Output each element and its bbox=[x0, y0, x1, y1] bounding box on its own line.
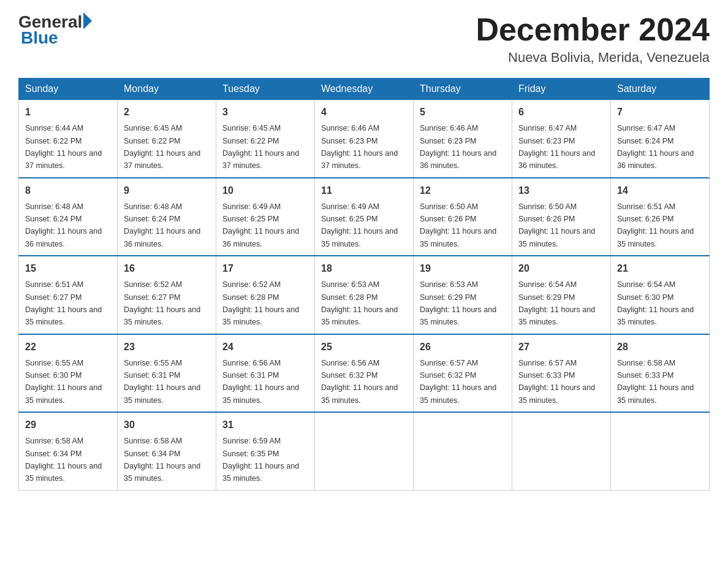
day-of-week-header: Thursday bbox=[414, 79, 512, 100]
day-number: 20 bbox=[518, 261, 604, 276]
calendar-day-cell: 18 Sunrise: 6:53 AMSunset: 6:28 PMDaylig… bbox=[315, 256, 414, 334]
day-info: Sunrise: 6:57 AMSunset: 6:33 PMDaylight:… bbox=[518, 359, 595, 405]
calendar-day-cell: 13 Sunrise: 6:50 AMSunset: 6:26 PMDaylig… bbox=[512, 178, 611, 256]
day-number: 28 bbox=[617, 340, 703, 354]
calendar-day-cell bbox=[315, 412, 414, 490]
day-number: 17 bbox=[222, 261, 308, 276]
day-number: 22 bbox=[25, 340, 111, 354]
day-info: Sunrise: 6:46 AMSunset: 6:23 PMDaylight:… bbox=[321, 124, 398, 170]
day-info: Sunrise: 6:59 AMSunset: 6:35 PMDaylight:… bbox=[222, 437, 299, 483]
calendar-day-cell: 20 Sunrise: 6:54 AMSunset: 6:29 PMDaylig… bbox=[512, 256, 611, 334]
calendar-day-cell: 1 Sunrise: 6:44 AMSunset: 6:22 PMDayligh… bbox=[19, 100, 118, 178]
day-number: 8 bbox=[25, 183, 111, 198]
calendar-day-cell: 10 Sunrise: 6:49 AMSunset: 6:25 PMDaylig… bbox=[216, 178, 315, 256]
day-info: Sunrise: 6:47 AMSunset: 6:24 PMDaylight:… bbox=[617, 124, 694, 170]
day-of-week-header: Monday bbox=[118, 79, 216, 100]
calendar-day-cell: 17 Sunrise: 6:52 AMSunset: 6:28 PMDaylig… bbox=[216, 256, 315, 334]
calendar-day-cell: 14 Sunrise: 6:51 AMSunset: 6:26 PMDaylig… bbox=[611, 178, 710, 256]
day-info: Sunrise: 6:50 AMSunset: 6:26 PMDaylight:… bbox=[420, 202, 496, 248]
logo-arrow-icon bbox=[83, 12, 92, 29]
day-number: 31 bbox=[222, 418, 308, 432]
day-of-week-header: Tuesday bbox=[216, 79, 315, 100]
calendar-day-cell bbox=[414, 412, 512, 490]
calendar-day-cell: 8 Sunrise: 6:48 AMSunset: 6:24 PMDayligh… bbox=[19, 178, 118, 256]
day-number: 11 bbox=[321, 183, 407, 198]
day-of-week-header: Friday bbox=[512, 79, 611, 100]
calendar-day-cell: 28 Sunrise: 6:58 AMSunset: 6:33 PMDaylig… bbox=[611, 334, 710, 413]
day-number: 15 bbox=[25, 261, 111, 276]
day-info: Sunrise: 6:57 AMSunset: 6:32 PMDaylight:… bbox=[420, 359, 496, 405]
day-number: 13 bbox=[518, 183, 604, 198]
calendar-day-cell: 6 Sunrise: 6:47 AMSunset: 6:23 PMDayligh… bbox=[512, 100, 611, 178]
day-number: 3 bbox=[222, 105, 308, 120]
day-info: Sunrise: 6:45 AMSunset: 6:22 PMDaylight:… bbox=[222, 124, 299, 170]
day-number: 9 bbox=[124, 183, 210, 198]
calendar-day-cell: 19 Sunrise: 6:53 AMSunset: 6:29 PMDaylig… bbox=[414, 256, 512, 334]
day-info: Sunrise: 6:47 AMSunset: 6:23 PMDaylight:… bbox=[518, 124, 595, 170]
day-number: 5 bbox=[420, 105, 506, 120]
calendar-week-row: 29 Sunrise: 6:58 AMSunset: 6:34 PMDaylig… bbox=[19, 412, 710, 490]
day-info: Sunrise: 6:54 AMSunset: 6:30 PMDaylight:… bbox=[617, 280, 694, 326]
day-info: Sunrise: 6:58 AMSunset: 6:33 PMDaylight:… bbox=[617, 359, 694, 405]
day-number: 19 bbox=[420, 261, 506, 276]
calendar-day-cell: 22 Sunrise: 6:55 AMSunset: 6:30 PMDaylig… bbox=[19, 334, 118, 413]
day-info: Sunrise: 6:45 AMSunset: 6:22 PMDaylight:… bbox=[124, 124, 200, 170]
month-title: December 2024 bbox=[476, 12, 710, 47]
calendar-day-cell: 29 Sunrise: 6:58 AMSunset: 6:34 PMDaylig… bbox=[19, 412, 118, 490]
day-of-week-header: Saturday bbox=[611, 79, 710, 100]
day-number: 6 bbox=[518, 105, 604, 120]
calendar-day-cell: 21 Sunrise: 6:54 AMSunset: 6:30 PMDaylig… bbox=[611, 256, 710, 334]
location-subtitle: Nueva Bolivia, Merida, Venezuela bbox=[476, 50, 710, 66]
day-number: 23 bbox=[124, 340, 210, 354]
day-info: Sunrise: 6:49 AMSunset: 6:25 PMDaylight:… bbox=[222, 202, 299, 248]
day-info: Sunrise: 6:51 AMSunset: 6:26 PMDaylight:… bbox=[617, 202, 694, 248]
calendar-week-row: 22 Sunrise: 6:55 AMSunset: 6:30 PMDaylig… bbox=[19, 334, 710, 413]
calendar-day-cell: 3 Sunrise: 6:45 AMSunset: 6:22 PMDayligh… bbox=[216, 100, 315, 178]
day-number: 12 bbox=[420, 183, 506, 198]
day-number: 7 bbox=[617, 105, 703, 120]
header: General Blue December 2024 Nueva Bolivia… bbox=[18, 12, 710, 66]
logo: General Blue bbox=[18, 12, 92, 48]
day-info: Sunrise: 6:56 AMSunset: 6:31 PMDaylight:… bbox=[222, 359, 299, 405]
day-number: 2 bbox=[124, 105, 210, 120]
calendar-week-row: 8 Sunrise: 6:48 AMSunset: 6:24 PMDayligh… bbox=[19, 178, 710, 256]
calendar-day-cell: 12 Sunrise: 6:50 AMSunset: 6:26 PMDaylig… bbox=[414, 178, 512, 256]
day-number: 29 bbox=[25, 418, 111, 432]
day-number: 14 bbox=[617, 183, 703, 198]
calendar-day-cell: 5 Sunrise: 6:46 AMSunset: 6:23 PMDayligh… bbox=[414, 100, 512, 178]
day-info: Sunrise: 6:51 AMSunset: 6:27 PMDaylight:… bbox=[25, 280, 102, 326]
day-info: Sunrise: 6:53 AMSunset: 6:28 PMDaylight:… bbox=[321, 280, 398, 326]
calendar-day-cell: 9 Sunrise: 6:48 AMSunset: 6:24 PMDayligh… bbox=[118, 178, 216, 256]
calendar-day-cell: 4 Sunrise: 6:46 AMSunset: 6:23 PMDayligh… bbox=[315, 100, 414, 178]
calendar-day-cell: 16 Sunrise: 6:52 AMSunset: 6:27 PMDaylig… bbox=[118, 256, 216, 334]
day-number: 10 bbox=[222, 183, 308, 198]
calendar-day-cell: 15 Sunrise: 6:51 AMSunset: 6:27 PMDaylig… bbox=[19, 256, 118, 334]
day-number: 18 bbox=[321, 261, 407, 276]
day-number: 25 bbox=[321, 340, 407, 354]
day-info: Sunrise: 6:54 AMSunset: 6:29 PMDaylight:… bbox=[518, 280, 595, 326]
day-of-week-header: Sunday bbox=[19, 79, 118, 100]
calendar-week-row: 15 Sunrise: 6:51 AMSunset: 6:27 PMDaylig… bbox=[19, 256, 710, 334]
day-number: 4 bbox=[321, 105, 407, 120]
calendar-day-cell: 26 Sunrise: 6:57 AMSunset: 6:32 PMDaylig… bbox=[414, 334, 512, 413]
calendar-week-row: 1 Sunrise: 6:44 AMSunset: 6:22 PMDayligh… bbox=[19, 100, 710, 178]
day-info: Sunrise: 6:55 AMSunset: 6:31 PMDaylight:… bbox=[124, 359, 200, 405]
calendar-day-cell: 24 Sunrise: 6:56 AMSunset: 6:31 PMDaylig… bbox=[216, 334, 315, 413]
calendar-day-cell: 23 Sunrise: 6:55 AMSunset: 6:31 PMDaylig… bbox=[118, 334, 216, 413]
logo-blue-text: Blue bbox=[21, 28, 58, 48]
day-info: Sunrise: 6:52 AMSunset: 6:27 PMDaylight:… bbox=[124, 280, 200, 326]
day-info: Sunrise: 6:58 AMSunset: 6:34 PMDaylight:… bbox=[124, 437, 200, 483]
day-info: Sunrise: 6:49 AMSunset: 6:25 PMDaylight:… bbox=[321, 202, 398, 248]
calendar-day-cell: 30 Sunrise: 6:58 AMSunset: 6:34 PMDaylig… bbox=[118, 412, 216, 490]
day-info: Sunrise: 6:44 AMSunset: 6:22 PMDaylight:… bbox=[25, 124, 102, 170]
day-info: Sunrise: 6:56 AMSunset: 6:32 PMDaylight:… bbox=[321, 359, 398, 405]
day-info: Sunrise: 6:58 AMSunset: 6:34 PMDaylight:… bbox=[25, 437, 102, 483]
calendar-day-cell: 11 Sunrise: 6:49 AMSunset: 6:25 PMDaylig… bbox=[315, 178, 414, 256]
calendar-day-cell bbox=[611, 412, 710, 490]
day-number: 30 bbox=[124, 418, 210, 432]
day-info: Sunrise: 6:46 AMSunset: 6:23 PMDaylight:… bbox=[420, 124, 496, 170]
calendar-day-cell: 7 Sunrise: 6:47 AMSunset: 6:24 PMDayligh… bbox=[611, 100, 710, 178]
day-number: 27 bbox=[518, 340, 604, 354]
day-info: Sunrise: 6:53 AMSunset: 6:29 PMDaylight:… bbox=[420, 280, 496, 326]
day-number: 24 bbox=[222, 340, 308, 354]
